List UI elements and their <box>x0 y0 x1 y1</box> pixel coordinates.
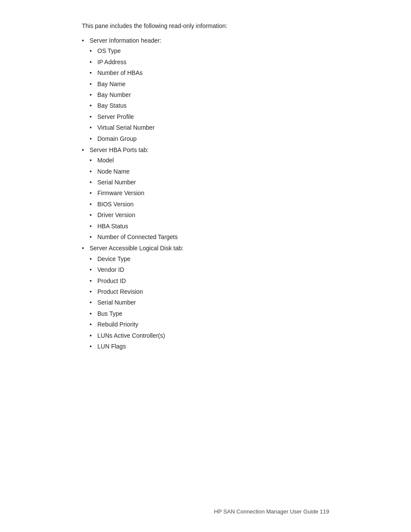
page-footer: HP SAN Connection Manager User Guide 119 <box>214 508 329 515</box>
list-item: LUN Flags <box>90 342 329 351</box>
list-item: Firmware Version <box>90 188 329 198</box>
sub-list: Device Type Vendor ID Product ID Product… <box>90 254 329 352</box>
list-item: Bus Type <box>90 309 329 318</box>
list-item: Server HBA Ports tab: Model Node Name Se… <box>82 145 329 242</box>
list-item: BIOS Version <box>90 199 329 209</box>
list-item: Driver Version <box>90 210 329 220</box>
section-label: Server Information header: <box>90 37 162 44</box>
list-item: Server Information header: OS Type IP Ad… <box>82 36 329 143</box>
list-item: Server Profile <box>90 112 329 121</box>
list-item: Number of Connected Targets <box>90 232 329 242</box>
main-list: Server Information header: OS Type IP Ad… <box>82 36 329 351</box>
list-item: HBA Status <box>90 221 329 231</box>
list-item: Device Type <box>90 254 329 264</box>
list-item: Serial Number <box>90 298 329 307</box>
list-item: Node Name <box>90 167 329 176</box>
list-item: Serial Number <box>90 177 329 187</box>
sub-list: OS Type IP Address Number of HBAs Bay Na… <box>90 46 329 143</box>
list-item: Bay Number <box>90 90 329 100</box>
section-label: Server Accessible Logical Disk tab: <box>90 245 184 252</box>
page-content: This pane includes the following read-on… <box>0 0 411 387</box>
list-item: Bay Name <box>90 79 329 89</box>
list-item: Server Accessible Logical Disk tab: Devi… <box>82 243 329 351</box>
list-item: Model <box>90 156 329 165</box>
list-item: Rebuild Priority <box>90 320 329 329</box>
list-item: Virtual Serial Number <box>90 123 329 132</box>
list-item: Number of HBAs <box>90 68 329 78</box>
list-item: Product Revision <box>90 287 329 296</box>
section-label: Server HBA Ports tab: <box>90 146 149 153</box>
list-item: Bay Status <box>90 101 329 110</box>
list-item: Product ID <box>90 276 329 286</box>
list-item: LUNs Active Controller(s) <box>90 331 329 340</box>
list-item: OS Type <box>90 46 329 56</box>
list-item: IP Address <box>90 57 329 67</box>
sub-list: Model Node Name Serial Number Firmware V… <box>90 156 329 242</box>
intro-paragraph: This pane includes the following read-on… <box>82 22 329 31</box>
list-item: Vendor ID <box>90 265 329 274</box>
list-item: Domain Group <box>90 134 329 143</box>
